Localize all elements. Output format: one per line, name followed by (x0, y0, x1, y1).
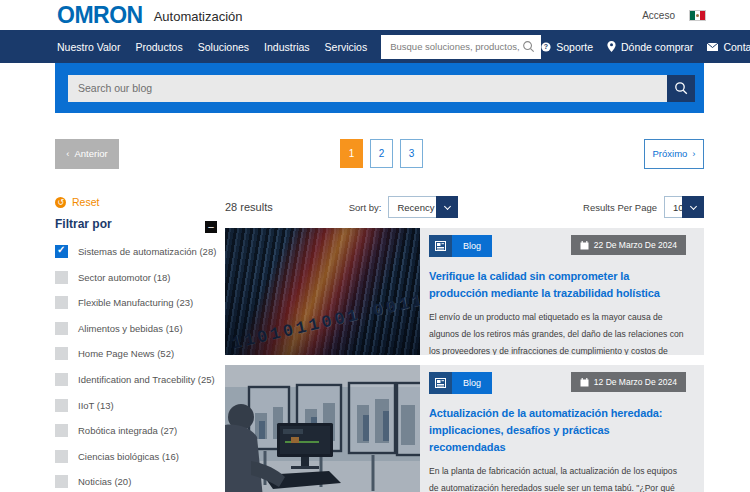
checkbox-icon[interactable] (55, 296, 68, 309)
page-button-2[interactable]: 2 (370, 139, 393, 168)
top-header: OMRON Automatización Acceso (0, 0, 750, 30)
barcode-binary-photo[interactable]: 1101011001 0011 (225, 228, 420, 355)
blog-category-badge[interactable]: Blog (429, 372, 492, 394)
blog-card: 1101011001 0011 Blog (225, 228, 704, 355)
location-pin-icon (607, 41, 616, 52)
filter-option-iiot[interactable]: IIoT (13) (55, 399, 225, 412)
filter-option-alimentos-y-bebidas[interactable]: Alimentos y bebidas (16) (55, 322, 225, 335)
page-button-1[interactable]: 1 (340, 139, 363, 168)
previous-page-button[interactable]: ‹ Anterior (55, 139, 119, 169)
chevron-down-icon[interactable] (436, 196, 458, 218)
envelope-icon (707, 43, 718, 51)
next-page-button[interactable]: Próximo › (644, 139, 704, 169)
reset-icon: ↺ (55, 197, 66, 208)
card-body: Blog 12 De Marzo De 2024 Actualización d… (420, 365, 704, 492)
checkbox-icon[interactable] (55, 373, 68, 386)
search-icon (674, 81, 688, 95)
result-cards: 1101011001 0011 Blog (225, 228, 704, 492)
card-body: Blog 22 De Marzo De 2024 Verifique la ca… (420, 228, 704, 355)
badge-row: Blog 22 De Marzo De 2024 (429, 235, 686, 257)
page-button-3[interactable]: 3 (400, 139, 423, 168)
page-number-list: 1 2 3 (119, 139, 644, 168)
blog-post-title[interactable]: Actualización de la automatización hered… (429, 405, 686, 456)
blog-category-badge[interactable]: Blog (429, 235, 492, 257)
mexico-flag-icon[interactable] (689, 10, 706, 21)
blog-card: Blog 12 De Marzo De 2024 Actualización d… (225, 365, 704, 492)
filter-option-flexible-manufacturing[interactable]: Flexible Manufacturing (23) (55, 296, 225, 309)
support-link[interactable]: ? Soporte (541, 41, 593, 53)
chevron-down-icon[interactable] (682, 196, 704, 218)
where-to-buy-link[interactable]: Dónde comprar (607, 41, 693, 53)
date-badge: 22 De Marzo De 2024 (571, 235, 686, 255)
sort-group: Sort by: Recency (349, 196, 459, 218)
factory-workstation-photo[interactable] (225, 365, 420, 492)
filter-option-ciencias-biologicas[interactable]: Ciencias biológicas (16) (55, 450, 225, 463)
reset-filters-link[interactable]: ↺ Reset (55, 196, 225, 208)
svg-text:?: ? (544, 43, 548, 50)
global-search-input[interactable] (390, 41, 522, 52)
newspaper-icon (429, 235, 452, 257)
sort-dropdown[interactable]: Recency (388, 196, 458, 218)
checkbox-icon[interactable] (55, 475, 68, 488)
filter-option-sistemas-de-automatizacion[interactable]: Sistemas de automatización (28) (55, 245, 225, 258)
chevron-left-icon: ‹ (66, 148, 69, 159)
results-per-page-label: Results Per Page (583, 202, 657, 213)
content-area: – ↺ Reset Filtrar por Sistemas de automa… (55, 196, 704, 492)
nav-links: Nuestro Valor Productos Soluciones Indus… (57, 41, 367, 53)
filter-option-home-page-news[interactable]: Home Page News (52) (55, 347, 225, 360)
checkbox-icon[interactable] (55, 347, 68, 360)
login-link[interactable]: Acceso (642, 10, 675, 21)
newspaper-icon (429, 372, 452, 394)
checkbox-icon[interactable] (55, 450, 68, 463)
global-search-box (381, 35, 541, 59)
checkbox-icon[interactable] (55, 322, 68, 335)
support-icon: ? (541, 42, 551, 52)
nav-item-productos[interactable]: Productos (135, 41, 182, 53)
filter-option-robotica-integrada[interactable]: Robótica integrada (27) (55, 424, 225, 437)
chevron-right-icon: › (692, 148, 695, 159)
results-toolbar: 28 results Sort by: Recency Results Per … (225, 196, 704, 218)
blog-search-button[interactable] (667, 75, 695, 102)
checkbox-icon[interactable] (55, 424, 68, 437)
collapse-filters-button[interactable]: – (205, 221, 217, 233)
filter-option-noticias[interactable]: Noticias (20) (55, 475, 225, 488)
search-icon[interactable] (522, 40, 535, 53)
nav-item-servicios[interactable]: Servicios (325, 41, 368, 53)
main-nav: Nuestro Valor Productos Soluciones Indus… (0, 30, 750, 63)
filter-title: Filtrar por (55, 217, 225, 231)
blog-post-excerpt: En la planta de fabricación actual, la a… (429, 463, 686, 492)
checkbox-icon[interactable] (55, 271, 68, 284)
results-count: 28 results (225, 201, 273, 213)
checkbox-icon[interactable] (55, 399, 68, 412)
filter-list: Sistemas de automatización (28) Sector a… (55, 245, 225, 488)
per-page-dropdown[interactable]: 10 (664, 196, 704, 218)
calendar-icon (580, 378, 589, 387)
blog-post-excerpt: El envío de un producto mal etiquetado e… (429, 309, 686, 355)
blog-post-title[interactable]: Verifique la calidad sin comprometer la … (429, 268, 686, 302)
nav-item-soluciones[interactable]: Soluciones (198, 41, 249, 53)
page: OMRON Automatización Acceso Nuestro Valo… (0, 0, 750, 492)
filter-option-identification-and-tracebility[interactable]: Identification and Tracebility (25) (55, 373, 225, 386)
nav-item-nuestro-valor[interactable]: Nuestro Valor (57, 41, 120, 53)
blog-search-input[interactable] (68, 75, 667, 102)
date-badge: 12 De Marzo De 2024 (571, 372, 686, 392)
per-page-group: Results Per Page 10 (583, 196, 704, 218)
omron-logo[interactable]: OMRON (57, 4, 143, 27)
results-column: 28 results Sort by: Recency Results Per … (225, 196, 704, 492)
blog-search-band (55, 63, 704, 113)
site-subtitle: Automatización (154, 6, 243, 24)
checkbox-icon[interactable] (55, 245, 68, 258)
badge-row: Blog 12 De Marzo De 2024 (429, 372, 686, 394)
filter-option-sector-automotor[interactable]: Sector automotor (18) (55, 271, 225, 284)
pagination: ‹ Anterior 1 2 3 Próximo › (55, 138, 704, 169)
header-right: Acceso (642, 10, 706, 21)
filter-sidebar: ↺ Reset Filtrar por Sistemas de automati… (55, 196, 225, 492)
nav-utilities: ? Soporte Dónde comprar Contacto (541, 41, 750, 53)
contact-link[interactable]: Contacto (707, 41, 750, 53)
nav-item-industrias[interactable]: Industrias (264, 41, 310, 53)
sort-by-label: Sort by: (349, 202, 382, 213)
calendar-icon (580, 241, 589, 250)
